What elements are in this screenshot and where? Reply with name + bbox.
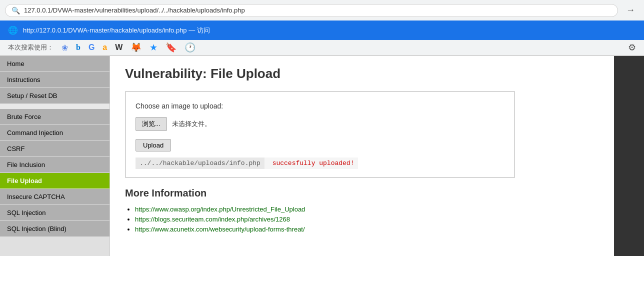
sidebar-item-file-upload[interactable]: File Upload <box>0 173 110 188</box>
amazon-icon[interactable]: a <box>102 43 107 52</box>
sidebar-item-home[interactable]: Home <box>0 56 110 72</box>
history-icon[interactable]: 🕐 <box>184 42 196 53</box>
upload-path: ../../hackable/uploads/info.php <box>136 158 264 169</box>
address-bar[interactable]: 🔍 <box>5 4 618 17</box>
sidebar-item-insecure-captcha[interactable]: Insecure CAPTCHA <box>0 189 110 204</box>
notification-text: http://127.0.0.1/DVWA-master/hackable/up… <box>23 26 210 35</box>
upload-box: Choose an image to upload: 浏览... 未选择文件。 … <box>125 92 515 178</box>
forward-arrow[interactable]: → <box>622 3 639 18</box>
upload-label: Choose an image to upload: <box>136 102 504 110</box>
list-item: https://blogs.securiteam.com/index.php/a… <box>135 215 599 223</box>
upload-button[interactable]: Upload <box>136 139 171 152</box>
star-icon[interactable]: ★ <box>150 42 158 53</box>
list-item: https://www.owasp.org/index.php/Unrestri… <box>135 205 599 213</box>
right-panel <box>614 56 644 256</box>
page-title: Vulnerability: File Upload <box>125 66 599 82</box>
settings-icon[interactable]: ⚙ <box>628 42 636 53</box>
bookmarks-bar: 本次搜索使用： ❀ b G a W 🦊 ★ 🔖 🕐 ⚙ <box>0 40 644 56</box>
sidebar: Home Instructions Setup / Reset DB Brute… <box>0 56 110 256</box>
search-icon: 🔍 <box>12 6 20 14</box>
sidebar-item-instructions[interactable]: Instructions <box>0 72 110 88</box>
file-input-row: 浏览... 未选择文件。 <box>136 117 504 131</box>
link-owasp[interactable]: https://www.owasp.org/index.php/Unrestri… <box>135 206 305 213</box>
sidebar-item-sql-injection-blind[interactable]: SQL Injection (Blind) <box>0 221 110 236</box>
sidebar-item-sql-injection[interactable]: SQL Injection <box>0 205 110 220</box>
bookmarks-label: 本次搜索使用： <box>8 43 54 52</box>
upload-success-text: succesfully uploaded! <box>264 158 358 169</box>
sidebar-item-command-injection[interactable]: Command Injection <box>0 125 110 140</box>
sidebar-item-setup[interactable]: Setup / Reset DB <box>0 88 110 104</box>
google-icon[interactable]: G <box>88 43 94 52</box>
sidebar-item-brute-force[interactable]: Brute Force <box>0 109 110 124</box>
globe-icon: 🌐 <box>8 26 18 35</box>
wikipedia-icon[interactable]: W <box>115 43 122 52</box>
link-acunetix[interactable]: https://www.acunetix.com/websecurity/upl… <box>135 226 305 233</box>
bookmark-icon[interactable]: 🔖 <box>166 42 176 53</box>
firefox-icon[interactable]: 🦊 <box>130 42 142 53</box>
baidu-icon[interactable]: ❀ <box>62 43 68 52</box>
more-info-title: More Information <box>125 188 599 199</box>
bing-icon[interactable]: b <box>76 43 80 52</box>
upload-result: ../../hackable/uploads/info.php succesfu… <box>136 158 504 167</box>
sidebar-divider <box>0 104 110 109</box>
no-file-text: 未选择文件。 <box>172 120 211 128</box>
notification-bar: 🌐 http://127.0.0.1/DVWA-master/hackable/… <box>0 20 644 40</box>
browse-button[interactable]: 浏览... <box>136 117 167 131</box>
main-content: Vulnerability: File Upload Choose an ima… <box>110 56 614 256</box>
url-input[interactable] <box>24 6 612 14</box>
link-securiteam[interactable]: https://blogs.securiteam.com/index.php/a… <box>135 216 290 223</box>
list-item: https://www.acunetix.com/websecurity/upl… <box>135 225 599 233</box>
more-info-list: https://www.owasp.org/index.php/Unrestri… <box>125 205 599 233</box>
sidebar-item-file-inclusion[interactable]: File Inclusion <box>0 157 110 172</box>
sidebar-item-csrf[interactable]: CSRF <box>0 141 110 156</box>
